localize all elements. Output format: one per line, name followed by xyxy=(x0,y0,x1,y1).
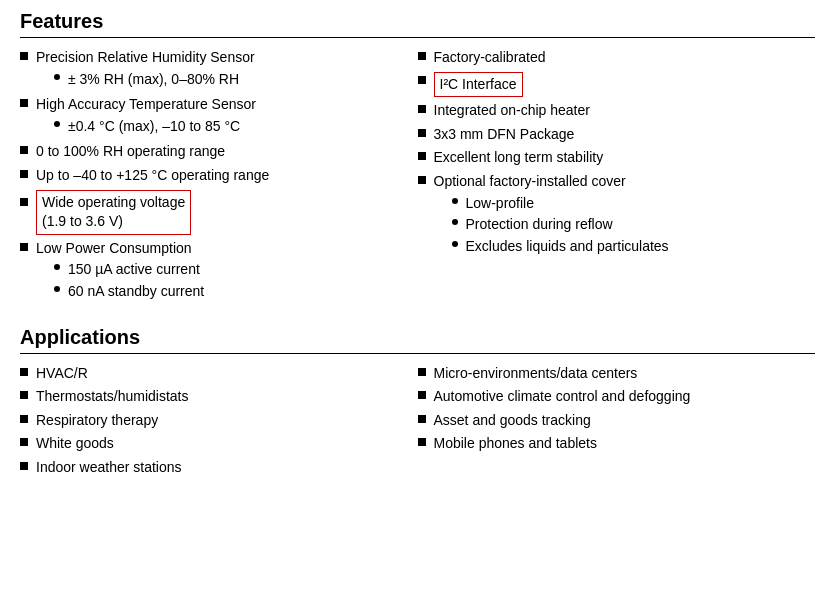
sub-item-text: Excludes liquids and particulates xyxy=(466,237,669,257)
item-text: Low Power Consumption xyxy=(36,240,192,256)
features-left-column: Precision Relative Humidity Sensor ± 3% … xyxy=(20,48,418,308)
bullet-icon xyxy=(418,129,426,137)
item-text: 3x3 mm DFN Package xyxy=(434,126,575,142)
item-text: Thermostats/humidistats xyxy=(36,388,189,404)
list-item: Excellent long term stability xyxy=(418,148,806,168)
item-text: White goods xyxy=(36,435,114,451)
applications-right-list: Micro-environments/data centers Automoti… xyxy=(418,364,806,454)
list-item: Asset and goods tracking xyxy=(418,411,806,431)
list-item-highlighted: Wide operating voltage(1.9 to 3.6 V) xyxy=(20,190,408,235)
features-section: Features Precision Relative Humidity Sen… xyxy=(20,10,815,308)
list-item: Low Power Consumption 150 µA active curr… xyxy=(20,239,408,304)
list-item: Automotive climate control and defogging xyxy=(418,387,806,407)
sub-bullet-icon xyxy=(54,121,60,127)
applications-left-list: HVAC/R Thermostats/humidistats Respirato… xyxy=(20,364,408,478)
sub-list-item: Protection during reflow xyxy=(452,215,806,235)
sub-item-text: ±0.4 °C (max), –10 to 85 °C xyxy=(68,117,240,137)
bullet-icon xyxy=(20,368,28,376)
sub-list: 150 µA active current 60 nA standby curr… xyxy=(54,260,408,301)
sub-list-item: 60 nA standby current xyxy=(54,282,408,302)
bullet-icon xyxy=(418,415,426,423)
sub-list-item: ±0.4 °C (max), –10 to 85 °C xyxy=(54,117,408,137)
item-text: Respiratory therapy xyxy=(36,412,158,428)
bullet-icon xyxy=(418,105,426,113)
bullet-icon xyxy=(418,152,426,160)
list-item-highlighted: I²C Interface xyxy=(418,72,806,98)
list-item: 0 to 100% RH operating range xyxy=(20,142,408,162)
item-text: Asset and goods tracking xyxy=(434,412,591,428)
item-text: Up to –40 to +125 °C operating range xyxy=(36,167,269,183)
applications-left-column: HVAC/R Thermostats/humidistats Respirato… xyxy=(20,364,418,482)
item-text: Indoor weather stations xyxy=(36,459,182,475)
sub-list: ±0.4 °C (max), –10 to 85 °C xyxy=(54,117,408,137)
item-text: Micro-environments/data centers xyxy=(434,365,638,381)
bullet-icon xyxy=(418,391,426,399)
item-text: High Accuracy Temperature Sensor xyxy=(36,96,256,112)
sub-item-text: Low-profile xyxy=(466,194,534,214)
bullet-icon xyxy=(20,52,28,60)
applications-right-column: Micro-environments/data centers Automoti… xyxy=(418,364,816,482)
bullet-icon xyxy=(20,415,28,423)
list-item: Integrated on-chip heater xyxy=(418,101,806,121)
list-item: High Accuracy Temperature Sensor ±0.4 °C… xyxy=(20,95,408,138)
bullet-icon xyxy=(418,52,426,60)
item-text: Optional factory-installed cover xyxy=(434,173,626,189)
sub-item-text: 60 nA standby current xyxy=(68,282,204,302)
bullet-icon xyxy=(20,462,28,470)
list-item: Indoor weather stations xyxy=(20,458,408,478)
sub-list: Low-profile Protection during reflow Exc… xyxy=(452,194,806,257)
sub-item-text: 150 µA active current xyxy=(68,260,200,280)
bullet-icon xyxy=(418,438,426,446)
sub-bullet-icon xyxy=(54,74,60,80)
bullet-icon xyxy=(20,198,28,206)
bullet-icon xyxy=(20,146,28,154)
item-text: Mobile phones and tablets xyxy=(434,435,597,451)
bullet-icon xyxy=(20,170,28,178)
sub-bullet-icon xyxy=(54,286,60,292)
bullet-icon xyxy=(418,368,426,376)
list-item: Precision Relative Humidity Sensor ± 3% … xyxy=(20,48,408,91)
features-right-column: Factory-calibrated I²C Interface Integra… xyxy=(418,48,816,308)
item-text: Factory-calibrated xyxy=(434,49,546,65)
sub-list-item: Low-profile xyxy=(452,194,806,214)
applications-section: Applications HVAC/R Thermostats/humidist… xyxy=(20,326,815,482)
features-right-list: Factory-calibrated I²C Interface Integra… xyxy=(418,48,806,258)
item-text: Excellent long term stability xyxy=(434,149,604,165)
list-item: Respiratory therapy xyxy=(20,411,408,431)
sub-bullet-icon xyxy=(54,264,60,270)
sub-item-text: Protection during reflow xyxy=(466,215,613,235)
highlighted-item-text: I²C Interface xyxy=(434,72,523,98)
sub-bullet-icon xyxy=(452,198,458,204)
bullet-icon xyxy=(20,99,28,107)
item-text: HVAC/R xyxy=(36,365,88,381)
list-item: Up to –40 to +125 °C operating range xyxy=(20,166,408,186)
sub-list-item: ± 3% RH (max), 0–80% RH xyxy=(54,70,408,90)
list-item: Optional factory-installed cover Low-pro… xyxy=(418,172,806,258)
sub-list-item: Excludes liquids and particulates xyxy=(452,237,806,257)
sub-bullet-icon xyxy=(452,241,458,247)
bullet-icon xyxy=(20,391,28,399)
features-columns: Precision Relative Humidity Sensor ± 3% … xyxy=(20,48,815,308)
sub-list: ± 3% RH (max), 0–80% RH xyxy=(54,70,408,90)
list-item: HVAC/R xyxy=(20,364,408,384)
item-text: Integrated on-chip heater xyxy=(434,102,590,118)
bullet-icon xyxy=(20,243,28,251)
applications-columns: HVAC/R Thermostats/humidistats Respirato… xyxy=(20,364,815,482)
applications-title: Applications xyxy=(20,326,815,349)
features-left-list: Precision Relative Humidity Sensor ± 3% … xyxy=(20,48,408,304)
sub-bullet-icon xyxy=(452,219,458,225)
list-item: 3x3 mm DFN Package xyxy=(418,125,806,145)
list-item: Mobile phones and tablets xyxy=(418,434,806,454)
sub-item-text: ± 3% RH (max), 0–80% RH xyxy=(68,70,239,90)
highlighted-item-text: Wide operating voltage(1.9 to 3.6 V) xyxy=(36,190,191,235)
list-item: Factory-calibrated xyxy=(418,48,806,68)
bullet-icon xyxy=(20,438,28,446)
list-item: Thermostats/humidistats xyxy=(20,387,408,407)
item-text: 0 to 100% RH operating range xyxy=(36,143,225,159)
list-item: White goods xyxy=(20,434,408,454)
sub-list-item: 150 µA active current xyxy=(54,260,408,280)
applications-divider xyxy=(20,353,815,354)
item-text: Automotive climate control and defogging xyxy=(434,388,691,404)
item-text: Precision Relative Humidity Sensor xyxy=(36,49,255,65)
bullet-icon xyxy=(418,176,426,184)
